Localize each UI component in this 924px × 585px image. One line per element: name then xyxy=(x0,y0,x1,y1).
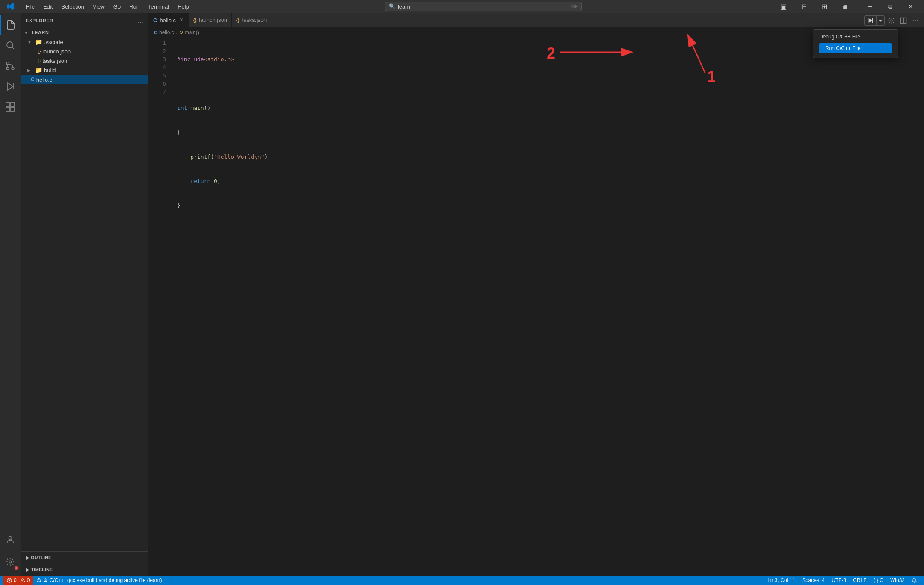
tree-arrow-learn: ▼ xyxy=(24,30,30,35)
activity-item-account[interactable] xyxy=(0,529,21,550)
vertical-scrollbar[interactable] xyxy=(920,37,924,576)
run-split-btn[interactable] xyxy=(865,16,877,25)
more-actions-btn[interactable]: ··· xyxy=(910,15,921,26)
activity-item-source-control[interactable] xyxy=(0,56,21,76)
code-editor: 1 2 3 4 5 6 7 #include<stdio.h> int main… xyxy=(149,37,924,576)
activity-item-search[interactable] xyxy=(0,35,21,56)
code-line-4: { xyxy=(177,128,924,136)
status-line-ending[interactable]: CRLF xyxy=(850,576,870,585)
tree-label-hello-c: hello.c xyxy=(36,77,53,83)
breadcrumb: C hello.c › ⊙ main() xyxy=(149,28,924,37)
close-btn[interactable]: ✕ xyxy=(901,0,921,13)
search-input[interactable] xyxy=(398,3,568,10)
svg-point-0 xyxy=(7,42,13,48)
tab-tasks-json[interactable]: {} tasks.json xyxy=(232,13,271,27)
status-cursor-position[interactable]: Ln 3, Col 11 xyxy=(764,576,799,585)
activity-item-explorer[interactable] xyxy=(0,15,21,35)
activity-item-run-debug[interactable] xyxy=(0,76,21,97)
menu-terminal[interactable]: Terminal xyxy=(144,0,173,13)
run-cpp-file-btn[interactable]: Run C/C++ File xyxy=(819,43,892,53)
search-box[interactable]: 🔍 ⌘P xyxy=(385,2,582,11)
tab-launch-json[interactable]: {} launch.json xyxy=(189,13,232,27)
tab-close-hello-c[interactable]: ✕ xyxy=(178,17,184,24)
search-shortcut: ⌘P xyxy=(570,4,578,9)
menu-run[interactable]: Run xyxy=(125,0,144,13)
tab-label-tasks-json: tasks.json xyxy=(242,17,267,23)
status-compiler-info[interactable]: ⚙ C/C++: gcc.exe build and debug active … xyxy=(33,576,165,585)
menu-view[interactable]: View xyxy=(89,0,109,13)
timeline-label: TIMELINE xyxy=(31,567,53,572)
status-platform[interactable]: Win32 xyxy=(887,576,908,585)
status-bar: 0 0 ⚙ C/C++: gcc.exe build and debug act… xyxy=(0,576,924,585)
sidebar-header: EXPLORER ... xyxy=(21,13,148,28)
sidebar-title: EXPLORER xyxy=(26,18,53,23)
activity-item-extensions[interactable] xyxy=(0,97,21,117)
tree-label-launch-json: launch.json xyxy=(42,48,71,55)
tree-label-learn: LEARN xyxy=(32,30,49,35)
title-search-area: 🔍 ⌘P xyxy=(193,2,773,11)
panel-toggle-btn[interactable]: ▣ xyxy=(773,0,793,13)
settings-btn[interactable] xyxy=(886,15,897,26)
menu-bar: File Edit Selection View Go Run Terminal… xyxy=(21,0,193,13)
title-bar: File Edit Selection View Go Run Terminal… xyxy=(0,0,924,13)
window-controls: ▣ ⊟ ⊞ ▦ ─ ⧉ ✕ xyxy=(773,0,924,13)
tab-hello-c[interactable]: C hello.c ✕ xyxy=(149,13,189,27)
tree-item-build[interactable]: ▶ 📁 build xyxy=(21,65,148,75)
menu-go[interactable]: Go xyxy=(109,0,125,13)
code-line-3: int main() xyxy=(177,104,924,112)
menu-file[interactable]: File xyxy=(21,0,39,13)
status-left: 0 0 ⚙ C/C++: gcc.exe build and debug act… xyxy=(3,576,166,585)
svg-marker-15 xyxy=(879,20,882,22)
status-notifications-btn[interactable] xyxy=(908,576,921,585)
svg-rect-10 xyxy=(11,107,15,111)
editor-toolbar: ··· xyxy=(864,15,921,26)
minimize-btn[interactable]: ─ xyxy=(860,0,880,13)
file-tree: ▼ LEARN ▼ 📁 .vscode {} launch.json {} ta… xyxy=(21,28,148,551)
svg-point-12 xyxy=(9,561,12,563)
activity-bar xyxy=(0,13,21,576)
sidebar-bottom: ▶ OUTLINE ▶ TIMELINE xyxy=(21,551,148,576)
editor-area: C hello.c ✕ {} launch.json {} tasks.json… xyxy=(149,13,924,576)
tree-root-learn[interactable]: ▼ LEARN xyxy=(21,28,148,37)
warning-count: 0 xyxy=(27,577,30,583)
tree-item-vscode[interactable]: ▼ 📁 .vscode xyxy=(21,37,148,47)
status-encoding[interactable]: UTF-8 xyxy=(828,576,850,585)
svg-point-2 xyxy=(12,67,14,70)
tree-item-tasks-json[interactable]: {} tasks.json xyxy=(21,56,148,65)
breadcrumb-symbol-icon: ⊙ xyxy=(179,30,183,35)
activity-item-settings[interactable] xyxy=(0,552,21,572)
sidebar-more-btn[interactable]: ... xyxy=(138,17,143,24)
run-dropdown-btn[interactable] xyxy=(877,16,884,25)
status-indentation[interactable]: Spaces: 4 xyxy=(799,576,828,585)
error-count: 0 xyxy=(14,577,17,583)
compiler-label: ⚙ C/C++: gcc.exe build and debug active … xyxy=(43,577,162,583)
breadcrumb-file: hello.c xyxy=(159,30,174,35)
folder-icon-vscode: 📁 xyxy=(35,38,42,45)
menu-help[interactable]: Help xyxy=(173,0,193,13)
status-language[interactable]: { } C xyxy=(870,576,887,585)
tab-json-icon-launch: {} xyxy=(193,18,196,23)
folder-icon-build: 📁 xyxy=(35,67,42,74)
status-errors[interactable]: 0 0 xyxy=(3,576,33,585)
svg-point-16 xyxy=(891,20,892,21)
split-editor-btn[interactable] xyxy=(898,15,909,26)
tab-label-launch-json: launch.json xyxy=(199,17,227,23)
svg-rect-7 xyxy=(6,103,10,106)
tree-item-launch-json[interactable]: {} launch.json xyxy=(21,47,148,56)
layout-btn[interactable]: ⊟ xyxy=(794,0,814,13)
restore-btn[interactable]: ⧉ xyxy=(880,0,900,13)
layout2-btn[interactable]: ⊞ xyxy=(814,0,834,13)
code-content[interactable]: #include<stdio.h> int main() { printf("H… xyxy=(170,37,924,576)
outline-section[interactable]: ▶ OUTLINE xyxy=(21,552,148,564)
json-icon-tasks: {} xyxy=(38,58,41,63)
svg-rect-17 xyxy=(900,18,903,23)
debug-popup: Debug C/C++ File Run C/C++ File xyxy=(813,29,898,58)
menu-edit[interactable]: Edit xyxy=(39,0,57,13)
timeline-section[interactable]: ▶ TIMELINE xyxy=(21,564,148,576)
customize-layout-btn[interactable]: ▦ xyxy=(835,0,855,13)
main-layout: EXPLORER ... ▼ LEARN ▼ 📁 .vscode {} laun… xyxy=(0,13,924,576)
svg-point-28 xyxy=(22,581,23,582)
menu-selection[interactable]: Selection xyxy=(57,0,88,13)
outline-label: OUTLINE xyxy=(31,555,51,560)
tree-item-hello-c[interactable]: C hello.c xyxy=(21,75,148,84)
